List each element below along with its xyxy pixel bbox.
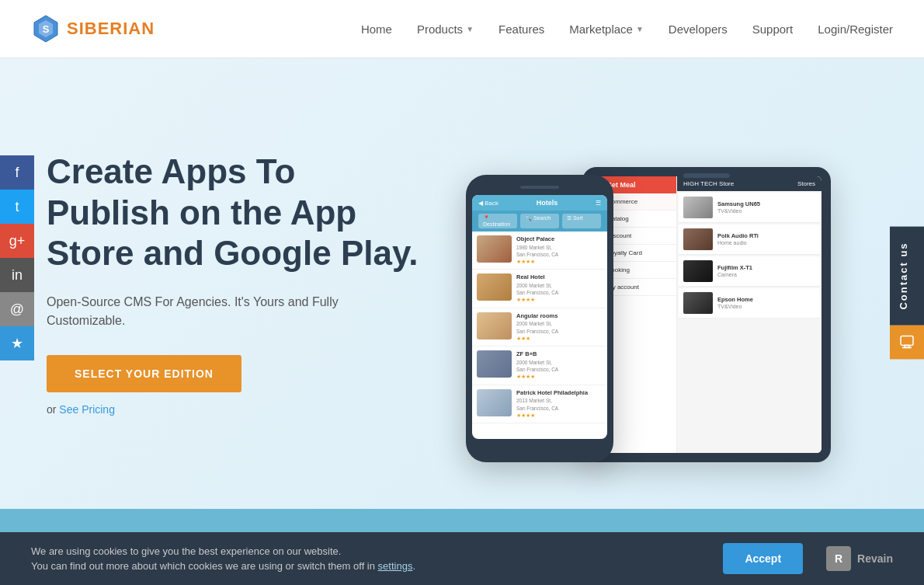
hotel-info-2: Real Hotel 2000 Market St,San Francisco,… xyxy=(516,273,558,303)
svg-rect-0 xyxy=(901,336,913,345)
bookmark-button[interactable]: ★ xyxy=(0,326,34,360)
phone-search-bar: 📍 Destination 🔍 Search ☰ Sort xyxy=(472,211,607,232)
nav-developers[interactable]: Developers xyxy=(669,23,728,36)
product-img-1 xyxy=(683,197,713,218)
stores-label: Stores xyxy=(797,180,815,187)
products-caret: ▼ xyxy=(466,25,474,33)
list-item: ZF B+B 2000 Market St,San Francisco, CA … xyxy=(472,346,607,385)
select-edition-button[interactable]: SELECT YOUR EDITION xyxy=(47,355,241,392)
linkedin-button[interactable]: in xyxy=(0,258,34,292)
logo-text: SIBERIAN xyxy=(67,19,155,39)
hero-section: Create Apps To Publish on the App Store … xyxy=(0,58,924,509)
tablet-device: ☰ Set Meal Commerce Catalog Discount Loy… xyxy=(582,167,831,462)
navbar: S SIBERIAN Home Products ▼ Features Mark… xyxy=(0,0,924,58)
nav-products[interactable]: Products ▼ xyxy=(417,23,474,36)
phone-destination[interactable]: 📍 Destination xyxy=(478,214,517,228)
phone-screen: ◀ Back Hotels ☰ 📍 Destination 🔍 Search ☰… xyxy=(472,195,607,439)
revain-icon: R xyxy=(826,546,851,571)
logo[interactable]: S SIBERIAN xyxy=(31,14,155,44)
phone-back: ◀ Back xyxy=(478,200,498,207)
nav-home[interactable]: Home xyxy=(361,23,392,36)
cookie-text: We are using cookies to give you the bes… xyxy=(31,544,415,574)
revain-badge: R Revain xyxy=(826,546,893,571)
hero-subtitle: Open-Source CMS For Agencies. It's Yours… xyxy=(47,293,419,330)
hotel-image-4 xyxy=(477,350,512,378)
product-text-4: Epson Home TV&Video xyxy=(717,296,753,311)
list-item: Object Palace 1980 Market St,San Francis… xyxy=(472,232,607,270)
product-img-2 xyxy=(683,228,713,250)
facebook-button[interactable]: f xyxy=(0,155,34,190)
tablet-product-item[interactable]: Fujifilm X-T1 Camera xyxy=(679,256,820,287)
contact-icon-box[interactable] xyxy=(890,325,924,359)
phone-device: ◀ Back Hotels ☰ 📍 Destination 🔍 Search ☰… xyxy=(466,175,613,462)
list-item: Real Hotel 2000 Market St,San Francisco,… xyxy=(472,270,607,308)
see-pricing-link[interactable]: See Pricing xyxy=(59,403,115,416)
hotel-image-2 xyxy=(477,273,512,301)
product-text-2: Polk Audio RTi Home audio xyxy=(717,232,759,247)
hero-link: or See Pricing xyxy=(47,403,419,416)
svg-text:S: S xyxy=(43,23,50,35)
twitter-button[interactable]: t xyxy=(0,190,34,224)
logo-icon: S xyxy=(31,14,61,44)
nav-features[interactable]: Features xyxy=(498,23,544,36)
hotel-image-1 xyxy=(477,235,512,263)
contact-icon xyxy=(899,334,915,350)
hero-left: Create Apps To Publish on the App Store … xyxy=(47,151,419,416)
googleplus-button[interactable]: g+ xyxy=(0,224,34,258)
tablet-screen: ☰ Set Meal Commerce Catalog Discount Loy… xyxy=(592,176,822,453)
tablet-product-item[interactable]: Epson Home TV&Video xyxy=(679,288,820,319)
email-button[interactable]: @ xyxy=(0,292,34,326)
hotel-image-5 xyxy=(477,389,512,416)
cookie-bar: We are using cookies to give you the bes… xyxy=(0,532,924,585)
phone-sort[interactable]: ☰ Sort xyxy=(562,214,601,228)
contact-sidebar: Contact us xyxy=(890,226,924,359)
store-label: HIGH TECH Store xyxy=(683,180,734,187)
phone-search-btn[interactable]: 🔍 Search xyxy=(520,214,559,228)
hotel-info-3: Angular rooms 2000 Market St,San Francis… xyxy=(516,312,558,342)
phone-title: Hotels xyxy=(537,199,558,207)
contact-tab[interactable]: Contact us xyxy=(890,226,924,325)
hero-right: ◀ Back Hotels ☰ 📍 Destination 🔍 Search ☰… xyxy=(419,105,893,462)
hotel-info-5: Patrick Hotel Philadelphia 2013 Market S… xyxy=(516,389,588,419)
marketplace-caret: ▼ xyxy=(636,25,644,33)
product-text-3: Fujifilm X-T1 Camera xyxy=(717,264,752,279)
tablet-product-item[interactable]: Samsung UN65 TV&Video xyxy=(679,193,820,223)
hotel-image-3 xyxy=(477,312,512,340)
cookie-actions: Accept R Revain xyxy=(723,543,893,574)
product-img-3 xyxy=(683,260,713,282)
tablet-content: HIGH TECH Store Stores Samsung UN65 TV&V… xyxy=(677,176,822,453)
product-img-4 xyxy=(683,292,713,314)
nav-marketplace[interactable]: Marketplace ▼ xyxy=(569,23,644,36)
cookie-accept-button[interactable]: Accept xyxy=(723,543,803,574)
hotel-info-1: Object Palace 1980 Market St,San Francis… xyxy=(516,235,558,265)
phone-filter: ☰ xyxy=(596,200,601,207)
nav-login[interactable]: Login/Register xyxy=(818,23,893,36)
nav-links: Home Products ▼ Features Marketplace ▼ D… xyxy=(361,23,893,36)
hotel-info-4: ZF B+B 2000 Market St,San Francisco, CA … xyxy=(516,350,558,380)
hero-title: Create Apps To Publish on the App Store … xyxy=(47,151,419,274)
tablet-content-header: HIGH TECH Store Stores xyxy=(677,176,822,191)
cookie-settings-link[interactable]: settings xyxy=(378,560,413,572)
phone-header: ◀ Back Hotels ☰ xyxy=(472,195,607,211)
list-item: Angular rooms 2000 Market St,San Francis… xyxy=(472,308,607,346)
nav-support[interactable]: Support xyxy=(752,23,794,36)
social-sidebar: f t g+ in @ ★ xyxy=(0,155,34,360)
phone-speaker xyxy=(520,186,559,189)
product-text-1: Samsung UN65 TV&Video xyxy=(717,200,760,215)
tablet-product-item[interactable]: Polk Audio RTi Home audio xyxy=(679,225,820,255)
list-item: Patrick Hotel Philadelphia 2013 Market S… xyxy=(472,385,607,423)
